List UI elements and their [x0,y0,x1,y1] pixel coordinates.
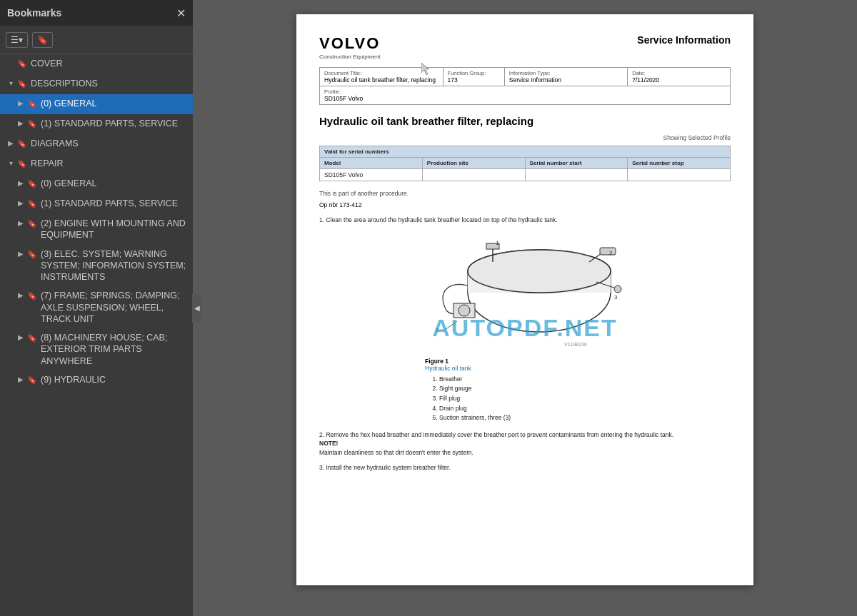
chevron-right-icon: ▶ [16,99,26,108]
list-item: Sight gauge [439,384,625,394]
bookmark-hydraulic[interactable]: ▶ 🔖 (9) HYDRAULIC [0,370,193,390]
figure-container: 1 2 3 5 [319,232,731,423]
col-model: Model [320,158,423,169]
bookmark-label: (2) ENGINE WITH MOUNTING AND EQUIPMENT [41,218,187,241]
bookmark-general-repair[interactable]: ▶ 🔖 (0) GENERAL [0,174,193,194]
serial-row-model: SD105F Volvo [320,169,423,181]
profile-label: Profile: [324,89,726,95]
bookmark-icon: 🔖 [27,99,37,108]
chevron-right-icon: ▶ [16,178,26,188]
svg-text:2: 2 [609,250,613,256]
date-label: Date: [632,70,726,76]
chevron-right-icon: ▶ [16,333,26,342]
close-button[interactable]: ✕ [176,6,186,20]
bookmark-label: (8) MACHINERY HOUSE; CAB; EXTERIOR TRIM … [41,332,187,367]
document-header: VOLVO Construction Equipment Service Inf… [319,34,731,60]
sidebar-header: Bookmarks ✕ [0,0,193,26]
serial-header: Valid for serial numbers [320,146,731,158]
step-1-text: 1. Clean the area around the hydraulic t… [319,216,558,223]
info-type-value: Service Information [509,76,561,84]
part-of-another-text: This is part of another procedure. [319,190,731,197]
doc-title-label: Document Title: [324,70,438,76]
document-area[interactable]: AUTOPDF.NET VOLVO Construction Equipment… [193,0,857,616]
chevron-right-icon: ▶ [16,118,26,128]
svg-text:1: 1 [496,240,499,246]
bookmark-general-desc[interactable]: ▶ 🔖 (0) GENERAL [0,94,193,114]
bookmark-icon: 🔖 [27,291,37,301]
bookmark-label: (3) ELEC. SYSTEM; WARNING SYSTEM; INFORM… [41,248,187,283]
chevron-down-icon: ▾ [6,79,16,88]
list-item: Breather [439,375,625,385]
figure-caption: Figure 1 Hydraulic oil tank Breather Sig… [425,358,625,423]
bookmark-label: DIAGRAMS [31,138,187,149]
bookmark-label: (0) GENERAL [41,178,187,189]
sidebar-content: 🔖 COVER ▾ 🔖 DESCRIPTIONS ▶ 🔖 (0) GENERAL… [0,54,193,616]
sidebar-title: Bookmarks [7,7,61,19]
collapse-sidebar-button[interactable]: ◀ [192,294,202,323]
step-2-note: Maintain cleanliness so that dirt doesn'… [319,449,473,456]
info-table: Document Title: Hydraulic oil tank breat… [319,67,731,105]
svg-point-17 [458,305,470,316]
bookmark-label: (1) STANDARD PARTS, SERVICE [41,198,187,209]
list-item: Suction strainers, three (3) [439,413,625,423]
svg-point-14 [614,286,621,293]
bookmark-icon: 🔖 [27,218,37,228]
serial-row-start [525,169,628,181]
volvo-logo-area: VOLVO Construction Equipment [319,34,380,60]
service-info-title: Service Information [637,34,731,46]
info-type-label: Information Type: [509,70,623,76]
step-1: 1. Clean the area around the hydraulic t… [319,216,731,225]
bookmark-icon: 🔖 [27,118,37,128]
list-item: Drain plug [439,404,625,414]
figure-label: Figure 1 [425,358,625,365]
bookmark-diagrams[interactable]: ▶ 🔖 DIAGRAMS [0,134,193,154]
bookmark-std-parts-repair[interactable]: ▶ 🔖 (1) STANDARD PARTS, SERVICE [0,194,193,214]
bookmark-label: (0) GENERAL [41,98,187,109]
bookmark-repair[interactable]: ▾ 🔖 REPAIR [0,154,193,174]
document-page: AUTOPDF.NET VOLVO Construction Equipment… [296,14,753,585]
bookmark-icon: 🔖 [17,138,27,148]
bookmark-engine[interactable]: ▶ 🔖 (2) ENGINE WITH MOUNTING AND EQUIPME… [0,214,193,245]
col-production: Production site [422,158,525,169]
view-options-button[interactable]: ☰▾ [6,32,28,48]
step-2-note-label: NOTE! [319,440,338,447]
date-value: 7/11/2020 [632,76,659,84]
chevron-right-icon: ▶ [16,198,26,208]
profile-value: SD105F Volvo [324,95,363,102]
bookmark-frame[interactable]: ▶ 🔖 (7) FRAME; SPRINGS; DAMPING; AXLE SU… [0,286,193,328]
chevron-placeholder [6,59,16,68]
bookmark-machinery[interactable]: ▶ 🔖 (8) MACHINERY HOUSE; CAB; EXTERIOR T… [0,328,193,370]
function-group-value: 173 [448,76,458,84]
col-serial-start: Serial number start [525,158,628,169]
svg-rect-11 [600,248,616,255]
bookmark-std-parts-desc[interactable]: ▶ 🔖 (1) STANDARD PARTS, SERVICE [0,114,193,134]
svg-line-19 [445,321,457,330]
bookmark-elec[interactable]: ▶ 🔖 (3) ELEC. SYSTEM; WARNING SYSTEM; IN… [0,245,193,287]
chevron-right-icon: ▶ [16,375,26,384]
bookmark-descriptions[interactable]: ▾ 🔖 DESCRIPTIONS [0,74,193,94]
svg-point-6 [468,250,611,293]
serial-row-prod [422,169,525,181]
serial-row-stop [628,169,731,181]
bookmark-label: (9) HYDRAULIC [41,374,187,385]
figure-list: Breather Sight gauge Fill plug Drain plu… [425,375,625,423]
bookmark-label: (7) FRAME; SPRINGS; DAMPING; AXLE SUSPEN… [41,290,187,325]
bookmark-icon: 🔖 [27,198,37,208]
bookmark-icon: 🔖 [27,178,37,188]
main-title: Hydraulic oil tank breather filter, repl… [319,115,731,127]
doc-title-value: Hydraulic oil tank breather filter, repl… [324,76,436,84]
bookmark-cover[interactable]: 🔖 COVER [0,54,193,74]
bookmark-icon: 🔖 [27,375,37,385]
svg-text:V1198230: V1198230 [564,342,587,347]
step-2-text: 2. Remove the hex head breather and imme… [319,431,673,438]
add-bookmark-button[interactable]: 🔖 [32,32,53,48]
hydraulic-tank-figure: 1 2 3 5 [425,232,625,353]
col-serial-stop: Serial number stop [628,158,731,169]
svg-text:5: 5 [436,328,438,333]
chevron-right-icon: ▶ [6,138,16,148]
list-item: Fill plug [439,394,625,404]
volvo-logo: VOLVO [319,34,380,53]
bookmark-label: DESCRIPTIONS [31,78,187,89]
op-nbr: Op nbr 173-412 [319,201,731,208]
serial-numbers-table: Valid for serial numbers Model Productio… [319,146,731,181]
